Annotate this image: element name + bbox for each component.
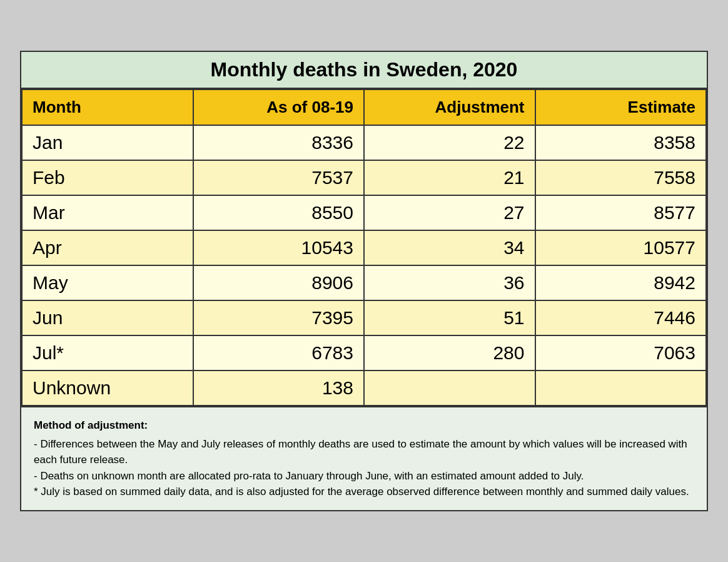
table-body: Jan8336228358Feb7537217558Mar8550278577A… (22, 125, 706, 406)
cell-estimate: 8577 (535, 195, 707, 230)
cell-month: May (22, 265, 193, 300)
cell-adjustment: 22 (364, 125, 535, 160)
cell-adjustment: 21 (364, 160, 535, 195)
method-title: Method of adjustment: (34, 417, 694, 434)
table-row: Jul*67832807063 (22, 335, 706, 370)
table-row: Jan8336228358 (22, 125, 706, 160)
table-row: Feb7537217558 (22, 160, 706, 195)
header-row: Month As of 08-19 Adjustment Estimate (22, 89, 706, 125)
footer-lines: - Differences between the May and July r… (34, 436, 694, 500)
table-row: Unknown138 (22, 370, 706, 406)
cell-as_of: 8336 (193, 125, 365, 160)
col-header-adjustment: Adjustment (364, 89, 535, 125)
cell-estimate: 7446 (535, 300, 707, 335)
cell-estimate: 10577 (535, 230, 707, 265)
col-header-month: Month (22, 89, 193, 125)
page-title: Monthly deaths in Sweden, 2020 (28, 58, 700, 81)
col-header-estimate: Estimate (535, 89, 707, 125)
footer-line: * July is based on summed daily data, an… (34, 484, 694, 500)
cell-as_of: 6783 (193, 335, 365, 370)
cell-adjustment: 280 (364, 335, 535, 370)
cell-adjustment: 51 (364, 300, 535, 335)
footer-line: - Deaths on unknown month are allocated … (34, 468, 694, 484)
cell-estimate: 7558 (535, 160, 707, 195)
cell-as_of: 138 (193, 370, 365, 406)
cell-month: Mar (22, 195, 193, 230)
table-row: May8906368942 (22, 265, 706, 300)
cell-adjustment: 36 (364, 265, 535, 300)
cell-as_of: 8906 (193, 265, 365, 300)
cell-month: Jan (22, 125, 193, 160)
cell-as_of: 8550 (193, 195, 365, 230)
cell-as_of: 10543 (193, 230, 365, 265)
title-bar: Monthly deaths in Sweden, 2020 (21, 52, 707, 89)
table-header: Month As of 08-19 Adjustment Estimate (22, 89, 706, 125)
cell-estimate: 8358 (535, 125, 707, 160)
cell-month: Jun (22, 300, 193, 335)
cell-month: Feb (22, 160, 193, 195)
cell-estimate: 8942 (535, 265, 707, 300)
cell-adjustment (364, 370, 535, 406)
footer-line: - Differences between the May and July r… (34, 436, 694, 468)
cell-estimate (535, 370, 707, 406)
cell-adjustment: 27 (364, 195, 535, 230)
cell-month: Unknown (22, 370, 193, 406)
footer-section: Method of adjustment: - Differences betw… (21, 406, 707, 510)
cell-as_of: 7537 (193, 160, 365, 195)
cell-month: Jul* (22, 335, 193, 370)
cell-estimate: 7063 (535, 335, 707, 370)
table-row: Jun7395517446 (22, 300, 706, 335)
col-header-asof: As of 08-19 (193, 89, 365, 125)
data-table: Month As of 08-19 Adjustment Estimate Ja… (21, 89, 707, 406)
cell-adjustment: 34 (364, 230, 535, 265)
cell-month: Apr (22, 230, 193, 265)
main-container: Monthly deaths in Sweden, 2020 Month As … (20, 51, 708, 511)
table-row: Mar8550278577 (22, 195, 706, 230)
table-row: Apr105433410577 (22, 230, 706, 265)
cell-as_of: 7395 (193, 300, 365, 335)
